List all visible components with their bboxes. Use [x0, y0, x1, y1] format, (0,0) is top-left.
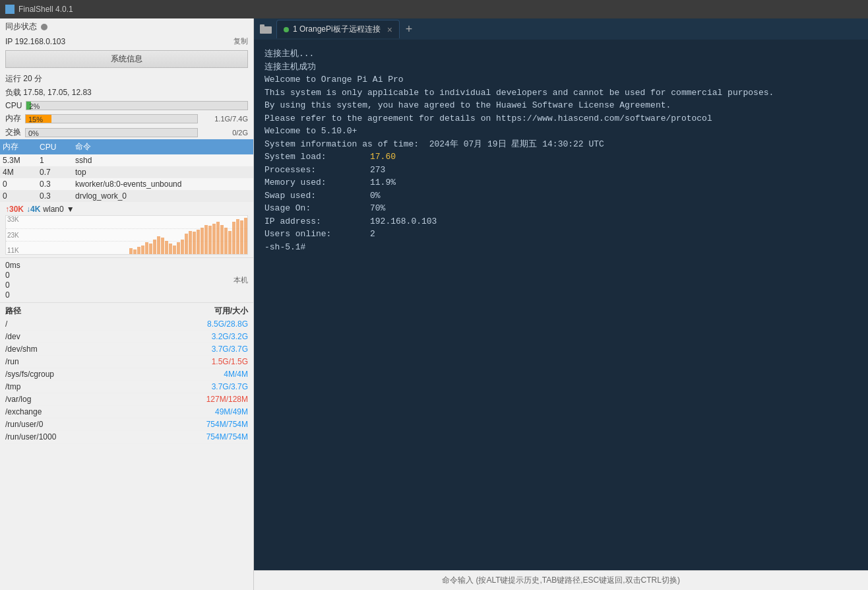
- ping-val-1: 0: [5, 271, 20, 280]
- net-interface: wlan0: [43, 205, 63, 214]
- svg-rect-1: [260, 24, 264, 28]
- chart-bar: [161, 238, 164, 254]
- proc-mem: 0: [0, 178, 37, 190]
- app-icon: [5, 5, 15, 14]
- terminal-line: Memory used:11.9%: [264, 176, 857, 189]
- disk-table: / 8.5G/28.8G /dev 3.2G/3.2G /dev/shm 3.7…: [5, 318, 248, 443]
- mem-label: 内存: [5, 113, 21, 124]
- terminal-line: Users online:2: [264, 228, 857, 241]
- disk-path: /run: [5, 356, 139, 368]
- cmd-input-bar[interactable]: 命令输入 (按ALT键提示历史,TAB键路径,ESC键返回,双击CTRL切换): [254, 570, 868, 590]
- disk-header: 路径 可用/大小: [5, 306, 248, 317]
- mem-progress-text: 15%: [28, 115, 43, 123]
- chart-label-top: 33K: [7, 216, 19, 223]
- terminal-line: Please refer to the agreement for detail…: [264, 112, 857, 125]
- proc-cpu: 0.3: [37, 178, 73, 190]
- terminal-content[interactable]: 连接主机...连接主机成功Welcome to Orange Pi Ai Pro…: [254, 40, 868, 570]
- disk-row: /run/user/0 754M/754M: [5, 418, 248, 431]
- chart-bar: [173, 246, 176, 254]
- col-cmd[interactable]: 命令: [73, 139, 253, 154]
- terminal-tab-1[interactable]: 1 OrangePi板子远程连接 ×: [276, 20, 400, 38]
- chart-bar: [145, 242, 148, 254]
- tab-close-button[interactable]: ×: [387, 24, 392, 35]
- terminal-line: Welcome to Orange Pi Ai Pro: [264, 73, 857, 86]
- disk-path: /run/user/0: [5, 418, 139, 431]
- copy-button[interactable]: 复制: [233, 36, 248, 46]
- disk-row: /dev/shm 3.7G/3.7G: [5, 343, 248, 356]
- disk-path: /sys/fs/cgroup: [5, 368, 139, 381]
- disk-path: /dev: [5, 331, 139, 343]
- local-tag: 本机: [233, 275, 248, 285]
- disk-row: /run/user/1000 754M/754M: [5, 431, 248, 443]
- ping-val-2: 0: [5, 280, 20, 290]
- terminal-line: By using this system, you have agreed to…: [264, 99, 857, 112]
- sync-label: 同步状态: [5, 21, 37, 32]
- tab-status-dot: [284, 27, 289, 32]
- chart-bar: [216, 222, 220, 254]
- disk-row: /exchange 49M/49M: [5, 406, 248, 418]
- chart-bar: [204, 225, 208, 254]
- disk-size: 3.7G/3.7G: [139, 343, 248, 356]
- disk-size: 1.5G/1.5G: [139, 356, 248, 368]
- swap-label: 交换: [5, 127, 21, 138]
- process-row: 0 0.3 kworker/u8:0-events_unbound: [0, 178, 253, 190]
- network-header: ↑30K ↓4K wlan0 ▼: [5, 205, 248, 214]
- proc-mem: 0: [0, 190, 37, 202]
- ping-section: 0ms 0 0 0 本机: [0, 258, 253, 303]
- ping-val-3: 0: [5, 290, 20, 300]
- proc-cpu: 1: [37, 154, 73, 166]
- mem-progress-bar: 15%: [25, 114, 198, 123]
- sync-row: 同步状态: [0, 18, 253, 35]
- proc-cpu: 0.7: [37, 166, 73, 178]
- disk-path: /run/user/1000: [5, 431, 139, 443]
- new-tab-button[interactable]: +: [401, 21, 417, 37]
- load-label: 负载 17.58, 17.05, 12.83: [5, 87, 92, 98]
- app-title: FinalShell 4.0.1: [18, 5, 73, 14]
- terminal-line: 连接主机...: [264, 48, 857, 61]
- disk-row: / 8.5G/28.8G: [5, 318, 248, 331]
- chart-bar: [137, 247, 140, 254]
- terminal-line: IP address:192.168.0.103: [264, 215, 857, 228]
- chart-bar: [212, 224, 216, 254]
- proc-cmd: kworker/u8:0-events_unbound: [73, 178, 253, 190]
- proc-cmd: drvlog_work_0: [73, 190, 253, 202]
- chart-bar: [244, 218, 247, 254]
- net-download: ↓4K: [26, 205, 40, 214]
- chart-bar: [129, 248, 133, 254]
- proc-cpu: 0.3: [37, 190, 73, 202]
- chart-bar: [236, 219, 239, 254]
- chart-bar: [169, 244, 172, 254]
- chart-labels: 33K 23K 11K: [7, 216, 19, 254]
- chart-bar: [220, 225, 224, 254]
- process-table: 内存 CPU 命令 5.3M 1 sshd 4M 0.7 top 0 0.3 k…: [0, 139, 253, 202]
- proc-mem: 5.3M: [0, 154, 37, 166]
- disk-size: 3.2G/3.2G: [139, 331, 248, 343]
- uptime-label: 运行 20 分: [5, 73, 42, 84]
- ping-row: 0ms 0 0 0 本机: [5, 261, 248, 300]
- folder-button[interactable]: [257, 21, 275, 37]
- disk-section: 路径 可用/大小 / 8.5G/28.8G /dev 3.2G/3.2G /de…: [0, 303, 253, 446]
- chart-bar: [189, 231, 192, 254]
- col-cpu[interactable]: CPU: [37, 139, 73, 154]
- mem-size-text: 1.1G/7.4G: [202, 115, 248, 123]
- chart-bars: [109, 216, 247, 254]
- titlebar: FinalShell 4.0.1: [0, 0, 868, 18]
- chart-bar: [197, 230, 200, 254]
- chart-bar: [141, 246, 144, 254]
- disk-size: 754M/754M: [139, 431, 248, 443]
- disk-size-header: 可用/大小: [214, 306, 248, 317]
- chart-bar: [201, 228, 204, 254]
- chart-bar: [153, 240, 156, 254]
- process-row: 5.3M 1 sshd: [0, 154, 253, 166]
- chart-bar: [240, 220, 243, 254]
- net-dropdown-icon[interactable]: ▼: [67, 205, 75, 214]
- disk-row: /tmp 3.7G/3.7G: [5, 381, 248, 393]
- disk-path: /tmp: [5, 381, 139, 393]
- sys-info-button[interactable]: 系统信息: [5, 50, 248, 68]
- load-row: 负载 17.58, 17.05, 12.83: [0, 86, 253, 100]
- disk-path: /exchange: [5, 406, 139, 418]
- disk-row: /run 1.5G/1.5G: [5, 356, 248, 368]
- disk-size: 127M/128M: [139, 393, 248, 406]
- col-mem[interactable]: 内存: [0, 139, 37, 154]
- swap-row: 交换 0% 0/2G: [0, 125, 253, 139]
